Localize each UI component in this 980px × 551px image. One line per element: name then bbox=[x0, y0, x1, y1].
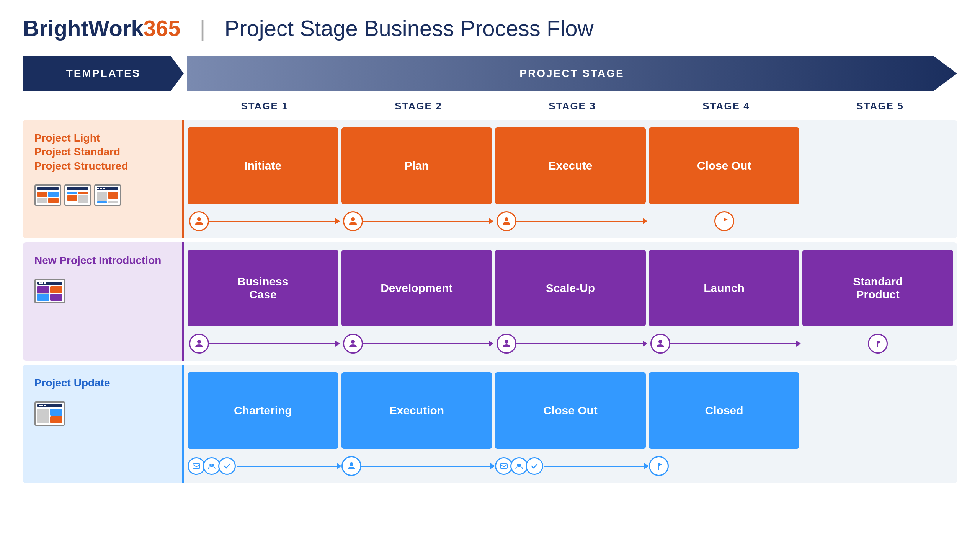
templates-header: TEMPLATES bbox=[23, 56, 184, 91]
logo: BrightWork 365 bbox=[23, 15, 180, 41]
svg-rect-13 bbox=[500, 464, 507, 468]
svg-point-10 bbox=[209, 464, 212, 466]
connector-3-4 bbox=[649, 456, 800, 476]
stage-boxes-row3: Chartering Execution Close Out Closed bbox=[188, 372, 953, 449]
stage-box-development: Development bbox=[341, 250, 492, 326]
stage-box-business-case: BusinessCase bbox=[188, 250, 338, 326]
template-icons-row2 bbox=[34, 279, 170, 303]
template-name-row2: New Project Introduction bbox=[34, 254, 170, 267]
stage-box-empty-r3 bbox=[802, 372, 953, 449]
stage-boxes-row2: BusinessCase Development Scale-Up Launch… bbox=[188, 250, 953, 326]
svg-point-4 bbox=[197, 340, 201, 344]
stage-numbers: STAGE 1 STAGE 2 STAGE 3 STAGE 4 STAGE 5 bbox=[184, 100, 957, 112]
template-icon-npi bbox=[34, 279, 65, 303]
stage-box-execution: Execution bbox=[341, 372, 492, 449]
stage-content-row2: BusinessCase Development Scale-Up Launch… bbox=[184, 242, 957, 361]
connector-2-4 bbox=[649, 334, 800, 354]
row-project-update: Project Update Charte bbox=[23, 365, 957, 483]
template-icons-row3 bbox=[34, 401, 170, 426]
svg-point-11 bbox=[212, 464, 214, 466]
connector-2-2 bbox=[341, 334, 492, 354]
stage-box-launch: Launch bbox=[649, 250, 800, 326]
stage-box-chartering: Chartering bbox=[188, 372, 338, 449]
stage-box-closed: Closed bbox=[649, 372, 800, 449]
connector-row-1 bbox=[188, 208, 953, 235]
template-icon-1 bbox=[34, 184, 61, 206]
logo-365: 365 bbox=[144, 15, 181, 41]
stage-2-label: STAGE 2 bbox=[341, 100, 495, 112]
svg-point-0 bbox=[197, 217, 201, 221]
stage-box-initiate: Initiate bbox=[188, 127, 338, 204]
stage-content-row3: Chartering Execution Close Out Closed bbox=[184, 365, 957, 483]
person-icon-1-3 bbox=[497, 211, 516, 231]
page-header: BrightWork 365 | Project Stage Business … bbox=[23, 15, 957, 41]
check-icon-3-3 bbox=[526, 457, 543, 475]
stage-box-scaleup: Scale-Up bbox=[495, 250, 646, 326]
connector-2-1 bbox=[188, 334, 338, 354]
person-icon-3-2 bbox=[341, 456, 361, 476]
stage-box-closeout-r1: Close Out bbox=[649, 127, 800, 204]
svg-point-12 bbox=[350, 462, 353, 466]
header-divider: | bbox=[199, 15, 205, 41]
stage-content-row1: Initiate Plan Execute Close Out bbox=[184, 120, 957, 238]
stage-4-label: STAGE 4 bbox=[649, 100, 803, 112]
connector-3-1 bbox=[188, 457, 338, 475]
stage-numbers-row: STAGE 1 STAGE 2 STAGE 3 STAGE 4 STAGE 5 bbox=[23, 95, 957, 117]
template-name-row1: Project LightProject StandardProject Str… bbox=[34, 131, 170, 173]
connector-3-3 bbox=[495, 457, 646, 475]
flag-icon-2-5 bbox=[868, 334, 888, 354]
template-name-row3: Project Update bbox=[34, 376, 170, 390]
svg-point-5 bbox=[351, 340, 355, 344]
connector-2-5 bbox=[802, 334, 953, 354]
flag-icon-1-4 bbox=[714, 211, 734, 231]
svg-rect-3 bbox=[724, 218, 724, 225]
svg-point-6 bbox=[505, 340, 508, 344]
svg-point-2 bbox=[505, 217, 508, 221]
connector-1-2 bbox=[341, 211, 492, 231]
template-icon-2 bbox=[64, 184, 91, 206]
template-label-row1: Project LightProject StandardProject Str… bbox=[23, 120, 184, 238]
stage-3-label: STAGE 3 bbox=[495, 100, 649, 112]
row-project-templates: Project LightProject StandardProject Str… bbox=[23, 120, 957, 238]
project-stage-header: PROJECT STAGE bbox=[187, 56, 957, 91]
logo-brightwork: BrightWork bbox=[23, 15, 144, 41]
svg-rect-9 bbox=[193, 464, 200, 468]
template-icon-3 bbox=[94, 184, 121, 206]
person-icon-1-2 bbox=[343, 211, 363, 231]
svg-point-7 bbox=[658, 340, 662, 344]
stage-box-empty-r1 bbox=[802, 127, 953, 204]
project-stage-label: PROJECT STAGE bbox=[519, 67, 624, 80]
templates-header-label: TEMPLATES bbox=[66, 67, 140, 80]
template-label-row3: Project Update bbox=[23, 365, 184, 483]
flag-icon-3-4 bbox=[649, 456, 669, 476]
svg-point-15 bbox=[519, 464, 521, 466]
stage-5-label: STAGE 5 bbox=[803, 100, 957, 112]
template-icon-update bbox=[34, 401, 65, 426]
connector-3-2 bbox=[341, 456, 492, 476]
stage-box-closeout-r3: Close Out bbox=[495, 372, 646, 449]
person-icon-1-1 bbox=[189, 211, 209, 231]
connector-1-1 bbox=[188, 211, 338, 231]
template-icons-row1 bbox=[34, 184, 170, 206]
svg-rect-8 bbox=[877, 341, 878, 347]
stage-boxes-row1: Initiate Plan Execute Close Out bbox=[188, 127, 953, 204]
connector-row-3 bbox=[188, 453, 953, 479]
main-content: TEMPLATES PROJECT STAGE STAGE 1 STAGE 2 … bbox=[23, 56, 957, 487]
check-icon-3-1 bbox=[218, 457, 236, 475]
stage-box-standard-product: StandardProduct bbox=[802, 250, 953, 326]
person-icon-2-1 bbox=[189, 334, 209, 354]
svg-point-1 bbox=[351, 217, 355, 221]
svg-rect-16 bbox=[658, 463, 659, 470]
person-icon-2-2 bbox=[343, 334, 363, 354]
svg-point-14 bbox=[517, 464, 519, 466]
stage-1-label: STAGE 1 bbox=[188, 100, 341, 112]
row-npi: New Project Introduction bbox=[23, 242, 957, 361]
page-title: Project Stage Business Process Flow bbox=[225, 15, 594, 41]
stage-box-plan: Plan bbox=[341, 127, 492, 204]
connector-2-3 bbox=[495, 334, 646, 354]
stage-box-execute: Execute bbox=[495, 127, 646, 204]
connector-row-2 bbox=[188, 330, 953, 357]
person-icon-2-4 bbox=[650, 334, 670, 354]
person-icon-2-3 bbox=[497, 334, 516, 354]
connector-1-4 bbox=[649, 211, 800, 231]
